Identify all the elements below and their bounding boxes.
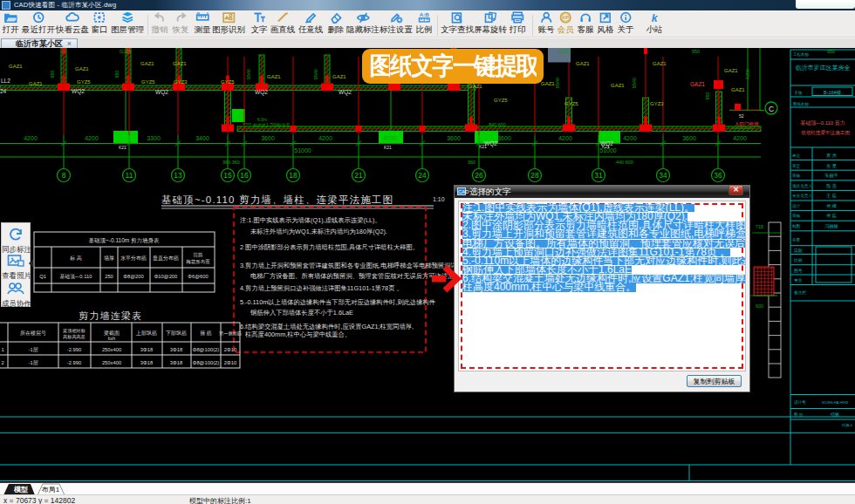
svg-text:715: 715 [756, 224, 763, 229]
svg-text:11: 11 [126, 171, 133, 180]
svg-text:9540: 9540 [246, 69, 251, 79]
svg-text:-2.990: -2.990 [67, 347, 81, 352]
svg-text:4200: 4200 [623, 135, 637, 141]
svg-text:备注栏: 备注栏 [794, 289, 807, 296]
svg-text:GAZ1: GAZ1 [140, 61, 154, 66]
svg-text:侯 磊: 侯 磊 [826, 213, 837, 219]
svg-text:k: k [652, 12, 659, 24]
svg-text:8: 8 [62, 171, 66, 180]
svg-text:4200: 4200 [383, 135, 397, 141]
svg-text:第一侧面筋: 第一侧面筋 [218, 330, 242, 337]
svg-text:上部纵筋: 上部纵筋 [135, 330, 157, 337]
svg-text:熊 浩: 熊 浩 [826, 183, 837, 189]
svg-text:侯 峰: 侯 峰 [826, 203, 837, 208]
svg-text:岳 星: 岳 星 [826, 163, 838, 168]
svg-text:-2.990: -2.990 [67, 360, 81, 365]
svg-text:3600: 3600 [682, 135, 696, 141]
svg-text:梁顶相对标: 梁顶相对标 [63, 328, 86, 334]
svg-text:Φ6@600: Φ6@600 [188, 274, 208, 279]
svg-text:3Φ18: 3Φ18 [140, 347, 153, 352]
svg-text:Φ8@100(2): Φ8@100(2) [193, 360, 220, 365]
svg-text:3Φ18: 3Φ18 [170, 360, 182, 365]
svg-text:审核: 审核 [792, 174, 801, 178]
svg-text:24: 24 [418, 171, 427, 180]
svg-text:K21: K21 [384, 145, 392, 150]
svg-text:图号: 图号 [794, 269, 803, 273]
svg-text:GAZ1: GAZ1 [690, 81, 705, 87]
svg-text:GYZ5: GYZ5 [494, 98, 508, 103]
svg-text:标 高: 标 高 [69, 255, 82, 262]
svg-text:人防门框墙: 人防门框墙 [735, 121, 759, 127]
svg-text:250: 250 [105, 274, 113, 279]
svg-text:3Φ18: 3Φ18 [170, 347, 182, 352]
svg-text:GAZ1: GAZ1 [731, 87, 745, 92]
svg-text:250x400: 250x400 [102, 360, 121, 365]
svg-text:3.剪力墙上开洞和预留套管详建筑图和各专业图纸,电梯呼梯盒等: 3.剪力墙上开洞和预留套管详建筑图和各专业图纸,电梯呼梯盒等电梯预留洞详 [240, 262, 458, 269]
svg-text:Φ8@200: Φ8@200 [123, 274, 143, 279]
svg-text:9540: 9540 [555, 78, 560, 88]
svg-text:4200: 4200 [85, 135, 99, 141]
svg-text:5.-0.110m以上墙体的边缘构件当下部无对应边缘构件时,: 5.-0.110m以上墙体的边缘构件当下部无对应边缘构件时,则此边缘构件 [240, 298, 436, 306]
svg-text:GAZ1: GAZ1 [469, 84, 482, 89]
svg-text:所在楼层号: 所在楼层号 [20, 330, 46, 336]
svg-text:3300: 3300 [147, 135, 161, 141]
svg-text:箍 筋: 箍 筋 [200, 330, 212, 336]
svg-text:水平分布筋: 水平分布筋 [120, 255, 147, 261]
svg-text:9540: 9540 [632, 78, 637, 88]
svg-text:未标注外墙均为WQ1,未标注内墙均为180厚(Q2).: 未标注外墙均为WQ1,未标注内墙均为180厚(Q2). [250, 228, 387, 235]
svg-text:垂直分布筋: 垂直分布筋 [153, 255, 179, 261]
svg-text:360 360: 360 360 [222, 160, 240, 165]
svg-text:4200: 4200 [24, 135, 38, 141]
svg-text:设计号: 设计号 [794, 399, 806, 405]
svg-text:3600: 3600 [447, 135, 461, 141]
svg-text:钢筋伸入下部墙体长度不小于1.6LaE: 钢筋伸入下部墙体长度不小于1.6LaE [250, 309, 353, 317]
svg-text:GJZ5: GJZ5 [558, 49, 570, 54]
svg-text:21: 21 [354, 171, 363, 180]
svg-text:15: 15 [223, 171, 232, 180]
svg-text:GAZ1: GAZ1 [332, 74, 346, 79]
svg-text:250x400: 250x400 [102, 347, 121, 352]
svg-text:4200: 4200 [733, 135, 747, 141]
svg-text:S2UEN-HAI-HXW: S2UEN-HAI-HXW [822, 401, 849, 405]
svg-text:28: 28 [530, 171, 539, 180]
svg-text:审核: 审核 [792, 214, 801, 218]
svg-text:日期: 日期 [794, 249, 803, 253]
svg-text:950: 950 [692, 49, 700, 54]
svg-text:工程名称: 工程名称 [793, 51, 810, 57]
svg-text:2: 2 [1, 360, 3, 365]
svg-text:2 图中涂阴影部分表示剪力墙暗柱范围,具体尺寸详暗柱大样图。: 2 图中涂阴影部分表示剪力墙暗柱范围,具体尺寸详暗柱大样图。 [240, 243, 419, 251]
svg-text:51000: 51000 [599, 147, 617, 153]
svg-text:Φ8@100(2): Φ8@100(2) [193, 347, 220, 352]
svg-text:1: 1 [1, 347, 3, 352]
svg-text:柱高度400mm,柱中心与梁中线重合。: 柱高度400mm,柱中心与梁中线重合。 [245, 330, 351, 338]
svg-text:王 磊: 王 磊 [826, 193, 837, 199]
svg-text:WQ2: WQ2 [72, 88, 85, 95]
svg-text:结施: 结施 [831, 412, 839, 417]
svg-text:资 质: 资 质 [826, 153, 838, 158]
svg-text:基础顶~-0.110 剪力: 基础顶~-0.110 剪力 [800, 119, 845, 126]
svg-text:3600: 3600 [261, 135, 275, 141]
svg-text:C: C [769, 105, 774, 113]
svg-text:标高处1.700标高差: 标高处1.700标高差 [252, 122, 291, 128]
svg-text:LL2: LL2 [1, 78, 10, 84]
svg-text:GAZ1: GAZ1 [75, 66, 89, 72]
svg-text:4200: 4200 [745, 69, 750, 79]
svg-text:3400: 3400 [195, 135, 209, 141]
svg-text:WQ2: WQ2 [255, 89, 268, 96]
svg-text:GJZ5: GJZ5 [120, 49, 131, 54]
svg-text:GAZ1: GAZ1 [724, 68, 738, 73]
svg-text:基础顶~-0.110 剪力墙、墙柱、连梁平法施工图: 基础顶~-0.110 剪力墙、墙柱、连梁平法施工图 [161, 194, 393, 205]
svg-text:会签: 会签 [792, 237, 801, 242]
svg-text:1:10: 1:10 [433, 196, 445, 202]
svg-text:WQ2: WQ2 [155, 89, 168, 96]
svg-text:31: 31 [594, 171, 603, 180]
svg-text:墙厚: 墙厚 [104, 255, 114, 262]
svg-text:单位: 单位 [791, 153, 801, 158]
svg-text:基础顶~-0.110: 基础顶~-0.110 [60, 274, 92, 279]
svg-text:600: 600 [756, 303, 763, 309]
svg-text:下部纵筋: 下部纵筋 [166, 330, 187, 337]
svg-text:基础顶~-0.110m 剪力墙身表: 基础顶~-0.110m 剪力墙身表 [89, 237, 160, 244]
svg-text:WQ2: WQ2 [600, 140, 613, 147]
svg-text:51000: 51000 [294, 147, 311, 153]
svg-text:4200: 4200 [558, 135, 572, 141]
